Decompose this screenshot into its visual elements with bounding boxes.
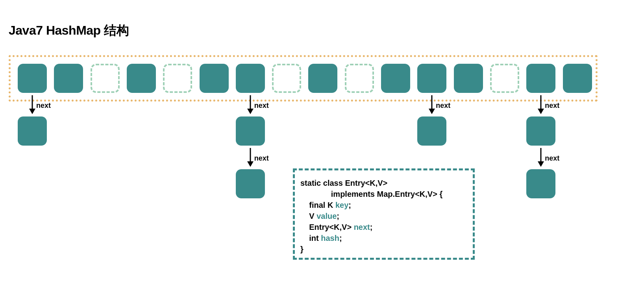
bucket-filled (563, 64, 592, 93)
next-arrow: next (235, 95, 266, 119)
next-label: next (254, 102, 269, 110)
code-line-4: Entry<K,V> next; (300, 222, 467, 233)
bucket-filled (381, 64, 410, 93)
bucket-empty (272, 64, 301, 93)
next-arrow: next (525, 95, 557, 119)
entry-node (417, 116, 446, 146)
code-line-5: int hash; (300, 233, 467, 244)
bucket-filled (454, 64, 483, 93)
entry-class-codebox: static class Entry<K,V> implements Map.E… (293, 168, 475, 260)
bucket-empty (163, 64, 192, 93)
entry-node (18, 116, 47, 146)
code-line-1: static class Entry<K,V> (300, 177, 467, 189)
bucket-filled (308, 64, 337, 93)
code-line-2: final K key; (300, 200, 467, 211)
bucket-empty (91, 64, 120, 93)
bucket-empty (490, 64, 519, 93)
bucket-empty (345, 64, 374, 93)
entry-node (236, 116, 265, 146)
bucket-filled (18, 64, 47, 93)
entry-node (236, 169, 265, 198)
entry-node (526, 169, 555, 198)
bucket-filled (526, 64, 555, 93)
next-arrow: next (416, 95, 448, 119)
next-arrow: next (525, 148, 557, 172)
code-line-6: } (300, 244, 467, 255)
next-arrow: next (17, 95, 48, 119)
bucket-filled (54, 64, 83, 93)
next-label: next (545, 154, 559, 163)
code-line-3: V value; (300, 211, 467, 222)
next-label: next (254, 154, 269, 163)
code-line-1b: implements Map.Entry<K,V> { (300, 189, 467, 200)
entry-node (526, 116, 555, 146)
next-label: next (436, 102, 450, 110)
bucket-filled (417, 64, 446, 93)
bucket-filled (236, 64, 265, 93)
next-label: next (36, 102, 51, 110)
diagram-title: Java7 HashMap 结构 (9, 22, 129, 39)
next-label: next (545, 102, 559, 110)
next-arrow: next (235, 148, 266, 172)
bucket-filled (200, 64, 229, 93)
bucket-filled (127, 64, 156, 93)
